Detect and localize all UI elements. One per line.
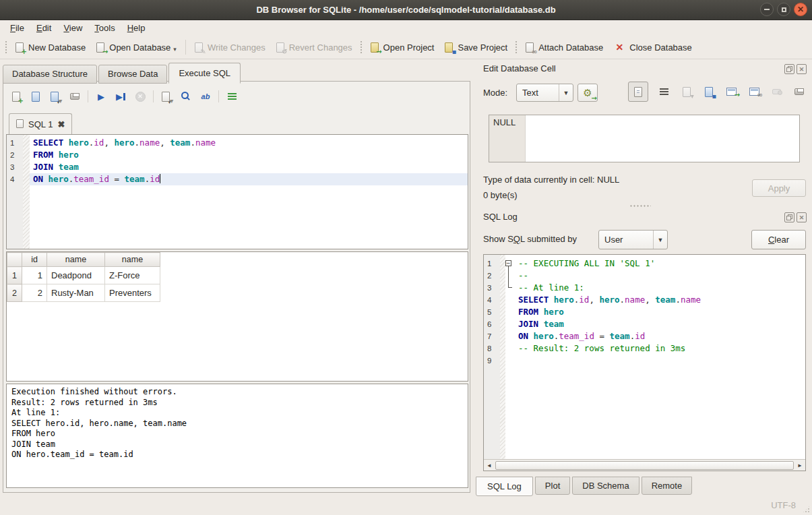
format-text-icon: [228, 93, 237, 100]
set-null-button[interactable]: [770, 84, 784, 99]
toolbar-button-open-project[interactable]: →Open Project: [365, 40, 440, 55]
maximize-button-icon[interactable]: [777, 3, 790, 16]
toolbar-button-attach-database[interactable]: ∞Attach Database: [520, 40, 608, 55]
bottom-tab-db-schema[interactable]: DB Schema: [572, 477, 639, 495]
bottom-tab-plot[interactable]: Plot: [535, 477, 570, 495]
export-data-button[interactable]: →: [725, 84, 739, 99]
sql-subtab-row: SQL 1 ✖: [9, 113, 72, 135]
table-row[interactable]: 11DeadpondZ-Force: [7, 267, 160, 284]
attach-database-icon: ∞: [526, 42, 534, 53]
import-data-button[interactable]: ▾: [680, 84, 693, 99]
dock-close-icon[interactable]: [797, 64, 807, 74]
menu-tools[interactable]: Tools: [88, 22, 121, 34]
open-sql-icon: [32, 92, 40, 102]
import-settings-button[interactable]: →: [577, 84, 598, 102]
print-button[interactable]: [66, 88, 84, 105]
toolbar-button-save-project[interactable]: ▪Save Project: [439, 40, 513, 55]
sql-log-filter-combo[interactable]: User ▼: [598, 230, 668, 249]
execute-line-button[interactable]: [112, 88, 129, 105]
dock-close-icon[interactable]: [797, 212, 807, 222]
text-mode-button[interactable]: [628, 82, 648, 102]
open-sql-button[interactable]: [27, 88, 44, 105]
save-sql-button[interactable]: ▾▾: [46, 88, 64, 105]
row-header[interactable]: 2: [7, 284, 22, 302]
line-number: 3: [484, 282, 500, 294]
tab-browse-data[interactable]: Browse Data: [98, 65, 167, 84]
code-line-9: 9: [484, 355, 805, 367]
titlebar: DB Browser for SQLite - /home/user/code/…: [0, 0, 812, 20]
format-text-button[interactable]: [223, 88, 241, 105]
line-number: 9: [484, 355, 500, 367]
apply-button[interactable]: Apply: [752, 179, 806, 197]
printable-chars-button[interactable]: [197, 88, 214, 105]
cell[interactable]: Preventers: [105, 284, 160, 302]
cell[interactable]: 1: [22, 267, 47, 284]
tab-execute-sql[interactable]: Execute SQL: [168, 63, 241, 84]
subtab-close-icon[interactable]: ✖: [57, 120, 65, 129]
mode-label: Mode:: [483, 88, 507, 98]
sql-subtab[interactable]: SQL 1 ✖: [9, 113, 72, 135]
tab-database-structure[interactable]: Database Structure: [3, 65, 97, 84]
sql-editor[interactable]: 1SELECT hero.id, hero.name, team.name2FR…: [6, 134, 468, 249]
column-header-id-0[interactable]: id: [22, 253, 47, 267]
toolbar-button-new-database[interactable]: +New Database: [10, 40, 91, 55]
resize-grip-icon[interactable]: [802, 505, 811, 514]
main-tabs: Database StructureBrowse DataExecute SQL: [3, 62, 242, 83]
scroll-right-icon[interactable]: ▶: [794, 462, 805, 468]
execute-button[interactable]: [92, 88, 110, 105]
cell[interactable]: Deadpond: [47, 267, 105, 284]
save-project-icon: ▪: [445, 42, 453, 53]
cell[interactable]: 2: [22, 284, 47, 302]
menu-help[interactable]: Help: [121, 22, 152, 34]
right-panel: Edit Database Cell Mode: Text ▼ → ▾▪→∞ N…: [474, 60, 812, 495]
scrollbar-thumb[interactable]: [495, 461, 794, 470]
horizontal-scrollbar[interactable]: ◀ ▶: [484, 459, 805, 471]
menu-file[interactable]: File: [4, 22, 30, 34]
column-header-name-1[interactable]: name: [47, 253, 105, 267]
toolbar-button-write-changes[interactable]: ✎Write Changes: [189, 40, 271, 55]
save-as-button[interactable]: ▪: [702, 84, 716, 99]
print-button[interactable]: [792, 84, 806, 99]
new-tab-button[interactable]: +: [7, 88, 25, 105]
splitter-handle[interactable]: [629, 204, 651, 208]
dock-float-icon[interactable]: [784, 212, 794, 222]
minimize-button-icon[interactable]: [760, 3, 774, 16]
clear-button[interactable]: Clear: [751, 230, 806, 249]
toolbar-button-revert-changes[interactable]: ↺Revert Changes: [271, 40, 358, 55]
close-button-icon[interactable]: ✕: [794, 3, 807, 16]
fold-marker-icon[interactable]: [505, 270, 515, 282]
execute-line-icon: [115, 91, 126, 102]
line-number: 3: [7, 161, 23, 173]
cell-value-editor[interactable]: NULL: [489, 115, 800, 162]
cell-value-area[interactable]: [526, 115, 799, 162]
fold-margin: [505, 330, 515, 342]
find-icon: [181, 91, 191, 102]
import-data-icon: ▾: [683, 87, 691, 97]
toolbar-button-close-database[interactable]: Close Database: [608, 39, 697, 55]
find-button[interactable]: [177, 88, 195, 105]
toolbar-button-open-database[interactable]: →Open Database▾: [91, 40, 182, 55]
column-header-name-2[interactable]: name: [105, 253, 160, 267]
row-header[interactable]: 1: [7, 267, 22, 284]
dock-float-icon[interactable]: [784, 64, 794, 74]
bottom-tab-sql-log[interactable]: SQL Log: [476, 477, 533, 496]
sql-log-view[interactable]: 1-- EXECUTING ALL IN 'SQL 1'2--3-- At li…: [483, 254, 806, 471]
menu-view[interactable]: View: [57, 22, 88, 34]
results-grid[interactable]: idnamename11DeadpondZ-Force22Rusty-ManPr…: [6, 251, 468, 382]
bottom-tab-remote[interactable]: Remote: [642, 477, 693, 495]
cell[interactable]: Rusty-Man: [47, 284, 105, 302]
link-button[interactable]: ∞: [747, 84, 761, 99]
stop-button[interactable]: [131, 88, 149, 105]
scroll-left-icon[interactable]: ◀: [484, 462, 495, 468]
word-wrap-button[interactable]: [657, 84, 670, 99]
line-number: 1: [7, 137, 23, 149]
mode-combo[interactable]: Text ▼: [516, 84, 573, 102]
save-results-button[interactable]: ▾▾: [158, 88, 175, 105]
dropdown-caret-icon[interactable]: ▾: [173, 46, 177, 53]
fold-marker-icon[interactable]: [505, 258, 515, 270]
fold-marker-icon[interactable]: [505, 282, 515, 294]
sql-subtab-label: SQL 1: [28, 119, 53, 129]
table-row[interactable]: 22Rusty-ManPreventers: [7, 284, 160, 302]
menu-edit[interactable]: Edit: [30, 22, 57, 34]
cell[interactable]: Z-Force: [105, 267, 160, 284]
